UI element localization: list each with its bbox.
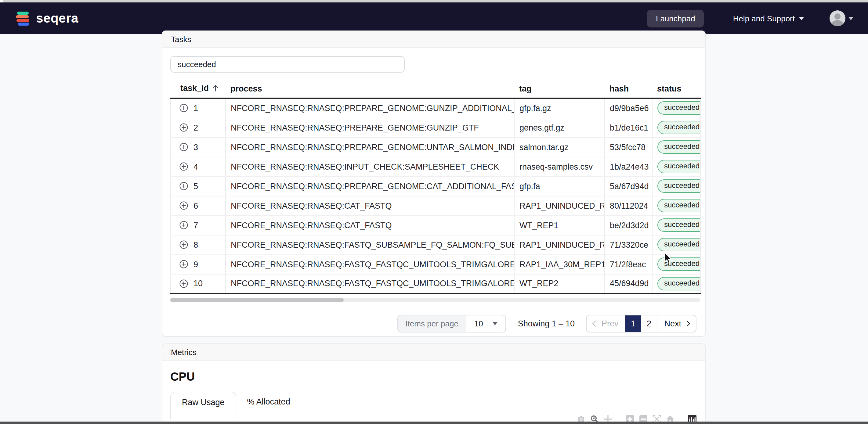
task-id: 10	[193, 279, 203, 288]
expand-task-icon[interactable]	[180, 143, 188, 151]
task-hash: 71/3320ce	[604, 235, 652, 254]
status-badge: succeeded	[657, 238, 701, 251]
seqera-logo[interactable]: seqera	[16, 11, 79, 26]
help-and-support-menu[interactable]: Help and Support	[733, 14, 804, 23]
column-header-tag[interactable]: tag	[514, 79, 604, 98]
status-badge: succeeded	[657, 102, 701, 115]
table-row[interactable]: 3 NFCORE_RNASEQ:RNASEQ:PREPARE_GENOME:UN…	[170, 137, 701, 157]
status-badge: succeeded	[657, 199, 701, 212]
scrollbar-thumb[interactable]	[170, 298, 344, 302]
column-header-process[interactable]: process	[225, 79, 514, 98]
page-1-button[interactable]: 1	[625, 316, 641, 332]
top-navbar: seqera Launchpad Help and Support	[0, 2, 868, 34]
task-process: NFCORE_RNASEQ:RNASEQ:CAT_FASTQ	[225, 196, 514, 215]
task-process: NFCORE_RNASEQ:RNASEQ:FASTQ_FASTQC_UMITOO…	[225, 254, 514, 274]
task-hash: b1/de16c1	[604, 118, 652, 137]
tab-raw-usage[interactable]: Raw Usage	[170, 392, 236, 419]
task-process: NFCORE_RNASEQ:RNASEQ:PREPARE_GENOME:GUNZ…	[225, 98, 514, 118]
expand-task-icon[interactable]	[180, 182, 188, 190]
task-id: 8	[193, 240, 198, 249]
status-badge: succeeded	[657, 219, 701, 232]
expand-task-icon[interactable]	[180, 221, 188, 229]
task-hash: 1b/a24e43	[604, 157, 652, 176]
pagination-bar: Items per page 10 Showing 1 – 10 Prev 1 …	[170, 315, 697, 332]
task-tag: gfp.fa	[514, 176, 604, 196]
task-search-input[interactable]	[170, 56, 405, 73]
task-process: NFCORE_RNASEQ:RNASEQ:PREPARE_GENOME:UNTA…	[225, 137, 514, 157]
status-badge: succeeded	[657, 277, 701, 290]
task-tag: RAP1_IAA_30M_REP1	[514, 254, 604, 274]
items-per-page-label: Items per page	[398, 316, 465, 332]
table-row[interactable]: 1 NFCORE_RNASEQ:RNASEQ:PREPARE_GENOME:GU…	[170, 98, 701, 118]
task-hash: be/2d3d2d	[604, 215, 652, 235]
status-badge: succeeded	[657, 257, 701, 271]
brand-name: seqera	[36, 11, 79, 26]
launchpad-button[interactable]: Launchpad	[647, 9, 704, 27]
chevron-left-icon	[593, 321, 599, 327]
expand-task-icon[interactable]	[180, 240, 188, 249]
help-and-support-label: Help and Support	[733, 14, 795, 23]
cpu-section-title: CPU	[170, 370, 697, 384]
task-tag: rnaseq-samples.csv	[514, 157, 604, 176]
tasks-panel-header: Tasks	[162, 31, 705, 47]
task-tag: salmon.tar.gz	[514, 137, 604, 157]
task-tag: WT_REP2	[514, 274, 604, 293]
expand-task-icon[interactable]	[180, 104, 188, 112]
task-process: NFCORE_RNASEQ:RNASEQ:FASTQ_FASTQC_UMITOO…	[225, 274, 514, 293]
tasks-table: task_id process tag hash status 1 NFCORE…	[170, 79, 701, 294]
items-per-page-value: 10	[474, 319, 483, 328]
chevron-down-icon	[848, 17, 854, 20]
column-header-status[interactable]: status	[652, 79, 701, 98]
avatar	[830, 10, 845, 26]
metrics-panel-header: Metrics	[162, 344, 705, 361]
status-badge: succeeded	[657, 180, 701, 193]
task-hash: d9/9ba5e6	[604, 98, 652, 118]
page-2-button[interactable]: 2	[641, 316, 657, 332]
tab-percent-allocated[interactable]: % Allocated	[236, 392, 301, 412]
table-row[interactable]: 2 NFCORE_RNASEQ:RNASEQ:PREPARE_GENOME:GU…	[170, 118, 701, 137]
task-tag: genes.gtf.gz	[514, 118, 604, 137]
prev-page-button[interactable]: Prev	[587, 316, 625, 332]
tasks-panel-title: Tasks	[171, 34, 191, 44]
expand-task-icon[interactable]	[180, 162, 188, 171]
expand-task-icon[interactable]	[180, 280, 188, 288]
seqera-logo-icon	[16, 11, 31, 26]
task-process: NFCORE_RNASEQ:RNASEQ:PREPARE_GENOME:CAT_…	[225, 176, 514, 196]
column-header-task-id[interactable]: task_id	[170, 79, 225, 98]
table-row[interactable]: 5 NFCORE_RNASEQ:RNASEQ:PREPARE_GENOME:CA…	[170, 176, 701, 196]
task-id: 7	[193, 221, 198, 230]
items-per-page-select[interactable]: Items per page 10	[397, 315, 506, 332]
chevron-down-icon	[493, 322, 498, 325]
task-id: 9	[193, 260, 198, 269]
table-row[interactable]: 9 NFCORE_RNASEQ:RNASEQ:FASTQ_FASTQC_UMIT…	[170, 254, 701, 274]
status-badge: succeeded	[657, 160, 701, 173]
table-row[interactable]: 6 NFCORE_RNASEQ:RNASEQ:CAT_FASTQ RAP1_UN…	[170, 196, 701, 215]
task-id: 6	[193, 201, 198, 210]
metrics-panel: Metrics CPU Raw Usage % Allocated	[162, 344, 706, 424]
task-hash: 53/5fcc78	[604, 137, 652, 157]
tasks-panel: Tasks task_id process tag hash status	[162, 31, 706, 337]
seqera-run-page: seqera Launchpad Help and Support Tasks	[0, 0, 868, 424]
task-id: 1	[193, 104, 198, 113]
expand-task-icon[interactable]	[180, 123, 188, 132]
pager: Prev 1 2 Next	[586, 315, 696, 332]
task-tag: RAP1_UNINDUCED_REP2	[514, 196, 604, 215]
table-row[interactable]: 10 NFCORE_RNASEQ:RNASEQ:FASTQ_FASTQC_UMI…	[170, 274, 701, 293]
task-hash: 5a/67d94d	[604, 176, 652, 196]
table-horizontal-scrollbar[interactable]	[170, 298, 700, 302]
task-id: 4	[193, 162, 198, 171]
expand-task-icon[interactable]	[180, 260, 188, 268]
column-header-hash[interactable]: hash	[604, 79, 652, 98]
table-row[interactable]: 4 NFCORE_RNASEQ:RNASEQ:INPUT_CHECK:SAMPL…	[170, 157, 701, 176]
table-row[interactable]: 8 NFCORE_RNASEQ:RNASEQ:FASTQ_SUBSAMPLE_F…	[170, 235, 701, 254]
user-menu[interactable]	[830, 10, 854, 26]
task-tag: gfp.fa.gz	[514, 98, 604, 118]
task-process: NFCORE_RNASEQ:RNASEQ:PREPARE_GENOME:GUNZ…	[225, 118, 514, 137]
status-badge: succeeded	[657, 121, 701, 134]
chart-top-edge-strip	[0, 422, 868, 424]
status-badge: succeeded	[657, 140, 701, 154]
table-row[interactable]: 7 NFCORE_RNASEQ:RNASEQ:CAT_FASTQ WT_REP1…	[170, 215, 701, 235]
expand-task-icon[interactable]	[180, 201, 188, 210]
next-page-button[interactable]: Next	[657, 316, 696, 332]
task-process: NFCORE_RNASEQ:RNASEQ:FASTQ_SUBSAMPLE_FQ_…	[225, 235, 514, 254]
